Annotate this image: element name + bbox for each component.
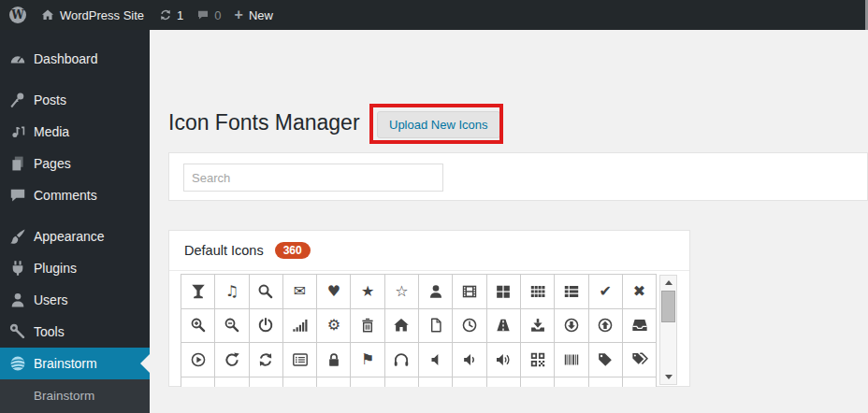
grid-large-icon — [495, 283, 512, 300]
icons-scrollbar[interactable] — [659, 275, 677, 385]
icon-cell-zoom-in[interactable] — [181, 309, 215, 344]
sidebar-submenu: Brainstorm — [0, 379, 150, 413]
icon-cell-clipped[interactable] — [250, 377, 283, 387]
icon-cell-trash[interactable] — [351, 309, 384, 344]
icon-cell-volume-low[interactable] — [453, 343, 486, 377]
sidebar-item-brainstorm[interactable]: Brainstorm — [0, 348, 150, 379]
music-note-icon: ♫ — [225, 284, 239, 299]
icon-cell-flag[interactable]: ⚑ — [351, 343, 384, 377]
icon-cell-user[interactable] — [419, 275, 453, 309]
icon-cell-heart[interactable]: ♥ — [317, 275, 351, 309]
sidebar-item-comments[interactable]: Comments — [0, 179, 150, 211]
icon-cell-close[interactable]: ✖ — [623, 275, 657, 309]
icon-cell-barcode[interactable] — [555, 343, 588, 377]
sidebar-item-dashboard[interactable]: Dashboard — [0, 43, 150, 75]
sidebar-item-label: Pages — [34, 156, 71, 171]
icon-cell-arrow-circle-up[interactable] — [589, 309, 623, 344]
home-icon — [41, 8, 54, 21]
icon-cell-clipped[interactable] — [283, 377, 317, 387]
icon-cell-search[interactable] — [250, 275, 283, 309]
icon-cell-arrow-circle-down[interactable] — [555, 309, 588, 344]
play-circle-icon — [190, 351, 207, 368]
icon-cell-grid-small[interactable] — [521, 275, 555, 309]
icon-cell-clipped[interactable] — [589, 377, 623, 387]
icon-cell-clock[interactable] — [453, 309, 486, 344]
icon-cell-music-note[interactable]: ♫ — [215, 275, 249, 309]
icon-cell-download[interactable] — [521, 309, 555, 344]
icon-cell-rotate-right[interactable] — [215, 343, 249, 377]
sidebar-item-users[interactable]: Users — [0, 284, 150, 316]
icon-cell-play-circle[interactable] — [181, 343, 215, 377]
icon-cell-clipped[interactable] — [215, 377, 249, 387]
admin-bar-updates[interactable]: 1 — [159, 8, 183, 22]
icon-cell-clipped[interactable] — [555, 377, 588, 387]
icon-cell-clipped[interactable] — [317, 377, 351, 387]
user-icon — [427, 283, 444, 300]
admin-bar-new-button[interactable]: + New — [235, 7, 273, 22]
icon-cell-clipped[interactable] — [487, 377, 521, 387]
icon-cell-list-grid[interactable] — [555, 275, 588, 309]
pushpin-icon — [8, 91, 27, 109]
close-icon: ✖ — [633, 284, 645, 299]
icon-cell-envelope[interactable]: ✉ — [283, 275, 317, 309]
icon-cell-signal-bars[interactable] — [283, 309, 317, 344]
icon-cell-refresh[interactable] — [250, 343, 283, 377]
volume-mute-icon — [427, 351, 444, 368]
icon-cell-list-alt[interactable] — [283, 343, 317, 377]
sidebar-item-posts[interactable]: Posts — [0, 84, 150, 116]
admin-bar-comments[interactable]: 0 — [196, 8, 221, 22]
icon-cell-clipped[interactable] — [351, 377, 384, 387]
icon-cell-tag[interactable] — [589, 343, 623, 377]
icon-cell-clipped[interactable] — [521, 377, 555, 387]
gear-icon: ⚙ — [327, 318, 340, 333]
sidebar-item-media[interactable]: Media — [0, 116, 150, 148]
scroll-down-arrow[interactable] — [665, 375, 673, 379]
icon-cell-volume-high[interactable] — [487, 343, 521, 377]
icon-cell-film[interactable] — [453, 275, 486, 309]
icon-cell-volume-mute[interactable] — [419, 343, 453, 377]
scroll-up-arrow[interactable] — [665, 280, 673, 285]
icon-cell-star-filled[interactable]: ★ — [351, 275, 384, 309]
icon-cell-zoom-out[interactable] — [215, 309, 249, 344]
search-panel — [168, 152, 868, 201]
sidebar-item-appearance[interactable]: Appearance — [0, 221, 150, 252]
sidebar-item-pages[interactable]: Pages — [0, 148, 150, 179]
icon-cell-clipped[interactable] — [419, 377, 453, 387]
sidebar-subitem-brainstorm-sub[interactable]: Brainstorm — [34, 389, 150, 403]
page-title: Icon Fonts Manager — [168, 110, 360, 135]
icon-cell-power[interactable] — [250, 309, 283, 344]
icon-cell-lock[interactable] — [317, 343, 351, 377]
icon-cell-headphones[interactable] — [385, 343, 419, 377]
icon-cell-tags[interactable] — [623, 343, 657, 377]
heart-icon: ♥ — [327, 284, 340, 299]
icon-cell-clipped[interactable] — [181, 377, 215, 387]
icon-cell-file[interactable] — [419, 309, 453, 344]
grid-small-icon — [529, 283, 546, 300]
icon-cell-gear[interactable]: ⚙ — [317, 309, 351, 344]
martini-glass-icon — [190, 283, 207, 300]
admin-bar-site-link[interactable]: WordPress Site — [41, 8, 144, 22]
signal-bars-icon — [292, 317, 309, 334]
icon-cell-clipped[interactable] — [453, 377, 486, 387]
icon-cell-clipped[interactable] — [623, 377, 657, 387]
icon-cell-home[interactable] — [385, 309, 419, 344]
icon-cell-clipped[interactable] — [385, 377, 419, 387]
sidebar-item-plugins[interactable]: Plugins — [0, 252, 150, 284]
media-note-icon — [8, 122, 27, 141]
icon-cell-martini-glass[interactable] — [181, 275, 215, 309]
icon-cell-star-outline[interactable]: ☆ — [385, 275, 419, 309]
icon-cell-qr-code[interactable] — [521, 343, 555, 377]
road-icon — [495, 317, 512, 334]
scroll-thumb[interactable] — [661, 291, 675, 322]
icon-cell-road[interactable] — [487, 309, 521, 344]
search-input[interactable] — [183, 164, 443, 192]
sidebar-item-tools[interactable]: Tools — [0, 316, 150, 348]
icon-cell-check[interactable]: ✔ — [589, 275, 623, 309]
icon-cell-grid-large[interactable] — [487, 275, 521, 309]
wordpress-logo-icon[interactable]: W — [9, 7, 26, 23]
pages-icon — [8, 154, 27, 173]
comment-bubble-icon — [196, 8, 210, 21]
film-icon — [461, 283, 478, 300]
icon-cell-inbox[interactable] — [623, 309, 657, 344]
panel-title: Default Icons — [184, 243, 264, 258]
